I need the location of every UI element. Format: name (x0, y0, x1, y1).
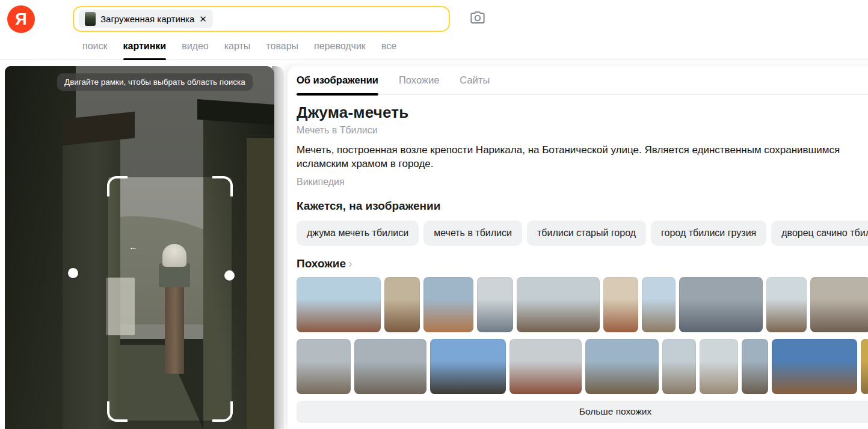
uploaded-image-chip[interactable]: Загруженная картинка ✕ (79, 10, 213, 28)
guess-chip[interactable]: дворец сачино тбилиси (771, 221, 868, 246)
guess-chip[interactable]: мечеть в тбилиси (423, 221, 522, 246)
remove-uploaded-image-icon[interactable]: ✕ (199, 14, 207, 23)
similar-image[interactable] (509, 339, 582, 394)
similar-images-row-1 (297, 277, 868, 332)
crop-selection-area[interactable] (108, 177, 232, 421)
chevron-right-icon: › (348, 257, 352, 270)
similar-images-row-2 (297, 339, 868, 394)
crop-corner-bottom-left[interactable] (107, 401, 128, 422)
similar-image[interactable] (700, 339, 738, 394)
crop-corner-top-right[interactable] (212, 176, 233, 196)
search-input[interactable] (218, 14, 444, 25)
crop-corner-top-left[interactable] (107, 176, 128, 196)
wikipedia-link[interactable]: Википедия (297, 177, 345, 187)
image-search-camera-icon[interactable] (469, 10, 487, 28)
similar-image[interactable] (810, 277, 868, 332)
nav-item-все[interactable]: все (381, 41, 396, 60)
similar-image[interactable] (766, 277, 807, 332)
crop-corner-bottom-right[interactable] (212, 401, 233, 422)
similar-image[interactable] (772, 339, 857, 394)
nav-item-карты[interactable]: карты (224, 41, 251, 60)
entity-title: Джума-мечеть (297, 103, 868, 122)
guesses-heading: Кажется, на изображении (297, 199, 868, 213)
search-bar[interactable]: Загруженная картинка ✕ (73, 6, 450, 32)
results-panel: Об изображенииПохожиеСайты Джума-мечеть … (288, 66, 868, 429)
camera-icon (469, 10, 486, 26)
uploaded-image-chip-label: Загруженная картинка (100, 14, 194, 24)
crop-handle-right[interactable] (224, 270, 235, 281)
similar-image[interactable] (642, 277, 676, 332)
similar-image[interactable] (354, 339, 426, 394)
photo-building-right-2 (247, 138, 274, 429)
nav-item-видео[interactable]: видео (182, 41, 209, 60)
similar-heading-label: Похожие (297, 257, 346, 270)
similar-image[interactable] (679, 277, 763, 332)
tab-Похожие[interactable]: Похожие (399, 75, 439, 86)
results-tabs: Об изображенииПохожиеСайты (297, 75, 868, 95)
nav-item-картинки[interactable]: картинки (123, 41, 167, 60)
uploaded-image-thumbnail (85, 12, 96, 26)
similar-image[interactable] (662, 339, 696, 394)
similar-image[interactable] (423, 277, 473, 332)
similar-image[interactable] (585, 339, 659, 394)
entity-description: Мечеть, построенная возле крепости Нарик… (297, 143, 867, 171)
tab-Об изображении[interactable]: Об изображении (297, 75, 378, 86)
similar-image[interactable] (603, 277, 638, 332)
header: Я Загруженная картинка ✕ поисккартинкиви… (0, 0, 868, 60)
guess-chip[interactable]: тбилиси старый город (527, 221, 646, 246)
guess-chips: джума мечеть тбилисимечеть в тбилиситбил… (297, 221, 868, 246)
similar-image[interactable] (297, 339, 351, 394)
more-similar-button[interactable]: Больше похожих (297, 401, 868, 423)
uploaded-photo-panel[interactable]: ← Двигайте рамки, чтобы выбрать область … (5, 66, 274, 429)
similar-image[interactable] (384, 277, 420, 332)
similar-image[interactable] (297, 277, 381, 332)
similar-image[interactable] (430, 339, 506, 394)
tab-Сайты[interactable]: Сайты (460, 75, 490, 86)
entity-subtitle: Мечеть в Тбилиси (297, 125, 868, 136)
nav-item-переводчик[interactable]: переводчик (314, 41, 366, 60)
nav-item-товары[interactable]: товары (266, 41, 298, 60)
crop-hint-tooltip: Двигайте рамки, чтобы выбрать область по… (57, 73, 253, 91)
similar-image[interactable] (742, 339, 768, 394)
mouse-cursor-icon: ← (129, 242, 138, 252)
service-nav: поисккартинкивидеокартытоварыпереводчикв… (82, 37, 396, 60)
nav-item-поиск[interactable]: поиск (82, 41, 108, 60)
similar-heading[interactable]: Похожие› (297, 257, 868, 270)
similar-image[interactable] (477, 277, 513, 332)
similar-image[interactable] (861, 339, 868, 394)
guess-chip[interactable]: город тбилиси грузия (651, 221, 766, 246)
guess-chip[interactable]: джума мечеть тбилиси (297, 221, 419, 246)
similar-image[interactable] (517, 277, 600, 332)
yandex-logo[interactable]: Я (7, 5, 35, 33)
crop-handle-left[interactable] (68, 268, 78, 278)
